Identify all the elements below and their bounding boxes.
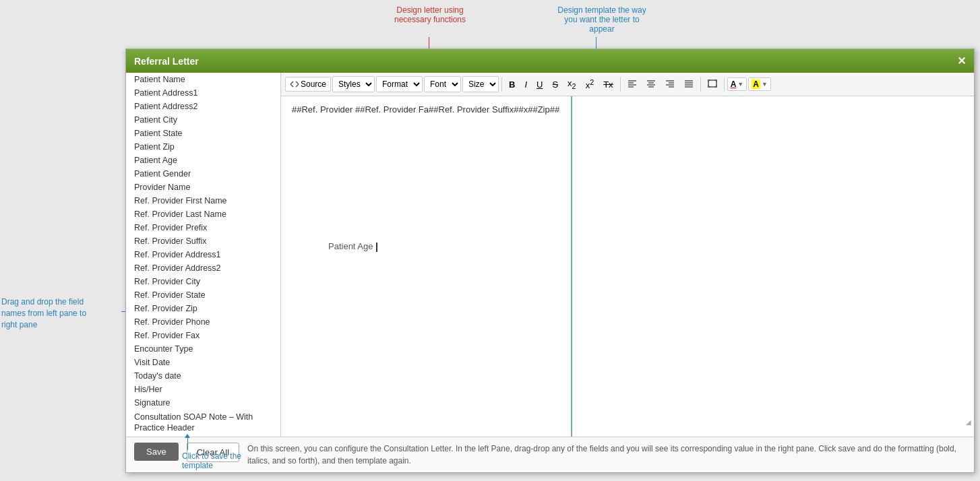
right-pane: Source Styles Format Font Size xyxy=(281,73,974,437)
dialog-body: Patient Name Patient Address1 Patient Ad… xyxy=(126,73,974,437)
list-item[interactable]: Ref. Provider First Name xyxy=(126,194,280,207)
list-item[interactable]: Ref. Provider Suffix xyxy=(126,234,280,248)
referral-letter-dialog: Referral Letter ✕ Patient Name Patient A… xyxy=(125,49,975,473)
styles-select[interactable]: Styles xyxy=(332,76,375,92)
dialog-header: Referral Letter ✕ xyxy=(126,49,974,73)
font-color-button[interactable]: A ▼ xyxy=(727,77,747,91)
dialog-title: Referral Letter xyxy=(134,56,199,67)
annotation-drag-drop: Drag and drop the fieldnames from left p… xyxy=(1,296,121,330)
list-item[interactable]: Patient Address2 xyxy=(126,100,280,113)
maximize-button[interactable] xyxy=(704,77,721,92)
underline-button[interactable]: U xyxy=(532,77,547,92)
font-select[interactable]: Font xyxy=(424,76,461,92)
annotation-arrow-4 xyxy=(187,437,188,450)
editor-vertical-line xyxy=(571,96,572,437)
save-button[interactable]: Save xyxy=(134,443,179,461)
size-select[interactable]: Size xyxy=(462,76,499,92)
list-item[interactable]: Consultation SOAP Note – With Practice H… xyxy=(126,410,280,436)
align-left-icon xyxy=(627,79,637,88)
list-item[interactable]: Ref. Provider Last Name xyxy=(126,207,280,221)
format-select[interactable]: Format xyxy=(376,76,423,92)
list-item[interactable]: Consultation SOAP Note – Without Practic… xyxy=(126,436,280,437)
align-right-button[interactable] xyxy=(661,77,679,92)
align-center-button[interactable] xyxy=(642,77,660,92)
remove-format-button[interactable]: Tx xyxy=(599,77,617,92)
justify-button[interactable] xyxy=(680,77,698,92)
bold-button[interactable]: B xyxy=(505,77,519,92)
list-item[interactable]: His/Her xyxy=(126,383,280,396)
list-item[interactable]: Signature xyxy=(126,396,280,410)
source-icon xyxy=(290,80,299,88)
list-item[interactable]: Ref. Provider City xyxy=(126,275,280,288)
align-center-icon xyxy=(646,79,656,88)
toolbar-separator-1 xyxy=(501,77,502,92)
svg-rect-16 xyxy=(708,80,716,87)
patient-age-text: Patient Age xyxy=(328,241,377,252)
list-item[interactable]: Ref. Provider State xyxy=(126,288,280,302)
list-item[interactable]: Encounter Type xyxy=(126,342,280,356)
editor-content-line: ##Ref. Provider ##Ref. Provider Fa##Ref.… xyxy=(292,104,963,115)
list-item[interactable]: Patient Name xyxy=(126,73,280,86)
align-left-button[interactable] xyxy=(623,77,641,92)
justify-icon xyxy=(684,79,694,88)
toolbar-separator-3 xyxy=(700,77,701,92)
list-item[interactable]: Provider Name xyxy=(126,181,280,194)
resize-handle[interactable]: ◢ xyxy=(966,418,974,426)
list-item[interactable]: Ref. Provider Prefix xyxy=(126,221,280,234)
editor-content-area[interactable]: ##Ref. Provider ##Ref. Provider Fa##Ref.… xyxy=(281,96,974,437)
list-item[interactable]: Ref. Provider Fax xyxy=(126,329,280,342)
strikethrough-button[interactable]: S xyxy=(548,77,562,92)
list-item[interactable]: Patient Gender xyxy=(126,167,280,181)
annotation-design-letter: Design letter using necessary functions xyxy=(376,5,484,24)
list-item[interactable]: Patient City xyxy=(126,113,280,127)
maximize-icon xyxy=(708,79,717,88)
annotation-design-template: Design template the way you want the let… xyxy=(545,5,659,34)
list-item[interactable]: Patient Address1 xyxy=(126,86,280,100)
subscript-button[interactable]: x2 xyxy=(563,75,580,93)
cursor xyxy=(376,243,377,252)
toolbar-separator-2 xyxy=(620,77,621,92)
italic-button[interactable]: I xyxy=(520,77,531,92)
list-item[interactable]: Today's date xyxy=(126,369,280,383)
bg-color-button[interactable]: A ▼ xyxy=(748,77,771,91)
superscript-button[interactable]: x2 xyxy=(582,75,599,93)
list-item[interactable]: Ref. Provider Phone xyxy=(126,315,280,329)
list-item[interactable]: Ref. Provider Address2 xyxy=(126,261,280,275)
dialog-close-button[interactable]: ✕ xyxy=(957,55,966,67)
align-right-icon xyxy=(665,79,675,88)
dialog-footer: Save Clear All On this screen, you can c… xyxy=(126,437,974,472)
left-pane: Patient Name Patient Address1 Patient Ad… xyxy=(126,73,281,437)
footer-help-text: On this screen, you can configure the Co… xyxy=(247,443,966,467)
editor-toolbar: Source Styles Format Font Size xyxy=(281,73,974,96)
annotation-arrowhead-4 xyxy=(185,434,190,438)
annotation-save: Click to save thetemplate xyxy=(182,451,241,470)
list-item[interactable]: Patient Zip xyxy=(126,140,280,154)
list-item[interactable]: Patient State xyxy=(126,127,280,140)
list-item[interactable]: Patient Age xyxy=(126,154,280,167)
list-item[interactable]: Ref. Provider Zip xyxy=(126,302,280,315)
list-item[interactable]: Visit Date xyxy=(126,356,280,369)
source-button[interactable]: Source xyxy=(285,77,331,92)
list-item[interactable]: Ref. Provider Address1 xyxy=(126,248,280,261)
toolbar-separator-4 xyxy=(724,77,725,92)
source-label: Source xyxy=(301,79,326,89)
